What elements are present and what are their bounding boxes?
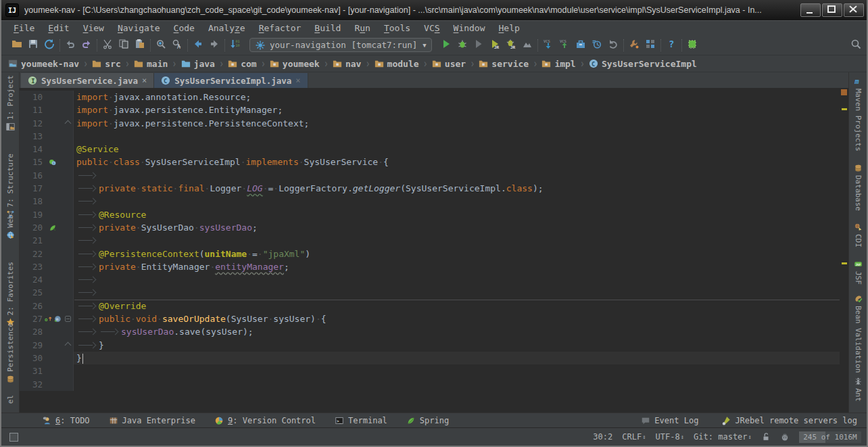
- jrebel-box-button[interactable]: [687, 39, 698, 52]
- breadcrumb-sysuserserviceimpl[interactable]: CSysUserServiceImpl: [589, 59, 697, 69]
- find-button[interactable]: [155, 39, 166, 52]
- open-folder-button[interactable]: [11, 39, 22, 52]
- breadcrumb-com[interactable]: com: [228, 59, 256, 69]
- analysis-status-indicator[interactable]: [841, 89, 847, 95]
- override-marker-icon[interactable]: o: [45, 315, 53, 323]
- line-number[interactable]: 16: [20, 169, 43, 182]
- toolwindow-toggle-icon[interactable]: [9, 433, 18, 442]
- impl-marker-icon[interactable]: i: [49, 158, 57, 166]
- jr-debug-button[interactable]: JR: [506, 39, 516, 52]
- settings-button[interactable]: [629, 39, 640, 52]
- toolwindow-button-1-project[interactable]: 1: Project: [1, 75, 19, 131]
- vcs-branch-widget[interactable]: Git: master↕: [694, 432, 752, 442]
- line-number[interactable]: 18: [20, 195, 43, 208]
- gutter[interactable]: 22: [20, 248, 74, 260]
- toolwindow-button-7-structure[interactable]: 7: Structure: [1, 154, 19, 218]
- fold-region[interactable]: [63, 121, 72, 126]
- line-number[interactable]: 32: [20, 378, 43, 391]
- line-number[interactable]: 15: [20, 156, 43, 168]
- menu-run[interactable]: Run: [347, 21, 377, 35]
- copy-button[interactable]: [118, 39, 129, 52]
- fold-region[interactable]: [63, 316, 72, 322]
- breadcrumb-service[interactable]: service: [479, 59, 529, 69]
- profile-button[interactable]: [522, 39, 533, 52]
- toolwindow-button-jsf[interactable]: JSFJSF: [849, 260, 867, 285]
- gutter[interactable]: 20: [20, 221, 74, 234]
- breadcrumb-nav[interactable]: nav: [333, 59, 361, 69]
- warning-stripe-mark[interactable]: [842, 108, 847, 110]
- encoding-selector[interactable]: UTF-8↕: [656, 432, 685, 442]
- undo-button[interactable]: [65, 39, 76, 52]
- toolwindow-button-bean-validation[interactable]: Bean Validation: [849, 294, 867, 373]
- toolwindow-button-9-version-control[interactable]: 9: Version Control: [214, 416, 316, 425]
- gutter[interactable]: 16: [20, 169, 74, 182]
- toolwindow-button-maven-projects[interactable]: mMaven Projects: [849, 77, 867, 151]
- caret-position[interactable]: 30:2: [593, 432, 612, 442]
- breadcrumb-main[interactable]: main: [134, 59, 168, 69]
- toolwindow-button-ant[interactable]: Ant: [849, 377, 867, 402]
- line-number[interactable]: 13: [20, 130, 43, 143]
- menu-vcs[interactable]: VCS: [417, 21, 446, 35]
- gutter[interactable]: 28: [20, 325, 74, 338]
- paste-button[interactable]: [135, 39, 145, 52]
- fold-region[interactable]: [63, 343, 72, 348]
- line-number[interactable]: 19: [20, 208, 43, 221]
- menu-tools[interactable]: Tools: [377, 21, 417, 35]
- line-number[interactable]: 10: [20, 91, 43, 103]
- line-number[interactable]: 14: [20, 143, 43, 156]
- toolwindow-button-2-favorites[interactable]: 2: Favorites: [1, 262, 19, 327]
- breadcrumb-user[interactable]: user: [432, 59, 466, 69]
- forward-button[interactable]: [209, 39, 220, 52]
- toolwindow-button-persistence[interactable]: Persistence: [1, 323, 19, 383]
- menu-build[interactable]: Build: [308, 21, 347, 35]
- toolwindow-button-cdi[interactable]: CDI: [849, 222, 867, 248]
- breadcrumb-youmeek-nav[interactable]: youmeek-nav: [8, 59, 79, 69]
- line-number[interactable]: 27: [20, 312, 43, 325]
- structure-button[interactable]: [645, 39, 656, 52]
- code-editor[interactable]: 10import·javax.annotation.Resource;11imp…: [20, 89, 848, 413]
- run-configuration-select[interactable]: your-navigation [tomcat7:run]▼: [249, 38, 432, 52]
- close-button[interactable]: [844, 3, 864, 17]
- sync-button[interactable]: [44, 39, 55, 52]
- bean-marker-icon[interactable]: [49, 224, 57, 232]
- gutter[interactable]: 25: [20, 286, 74, 299]
- gutter[interactable]: 17: [20, 182, 74, 195]
- line-number[interactable]: 30: [20, 352, 43, 364]
- menu-window[interactable]: Window: [447, 21, 492, 35]
- history-button[interactable]: [592, 39, 602, 52]
- line-number[interactable]: 28: [20, 325, 43, 338]
- back-button[interactable]: [193, 39, 203, 52]
- line-number[interactable]: 23: [20, 260, 43, 273]
- line-number[interactable]: 12: [20, 117, 43, 130]
- breadcrumb-youmeek[interactable]: youmeek: [270, 59, 320, 69]
- maximize-button[interactable]: [822, 3, 842, 17]
- gutter[interactable]: 10: [20, 91, 74, 103]
- line-number[interactable]: 25: [20, 286, 43, 299]
- gutter[interactable]: 21: [20, 234, 74, 247]
- rollback-button[interactable]: [608, 39, 619, 52]
- toolwindow-button-web[interactable]: Web: [1, 214, 19, 239]
- compile-button[interactable]: 0110: [230, 39, 241, 52]
- error-stripe[interactable]: [840, 89, 848, 413]
- menu-code[interactable]: Code: [167, 21, 201, 35]
- toolwindow-button-java-enterprise[interactable]: Java Enterprise: [109, 416, 195, 425]
- breadcrumb-impl[interactable]: impl: [541, 59, 575, 69]
- breadcrumb-src[interactable]: src: [92, 59, 120, 69]
- search-everywhere-button[interactable]: [850, 39, 861, 52]
- line-number[interactable]: 26: [20, 300, 43, 312]
- method-marker-icon[interactable]: m: [53, 315, 62, 323]
- gutter[interactable]: 19: [20, 208, 74, 221]
- gutter[interactable]: 29: [20, 339, 74, 352]
- menu-view[interactable]: View: [76, 21, 111, 35]
- line-number[interactable]: 31: [20, 364, 43, 377]
- toolwindow-button-spring[interactable]: Spring: [406, 416, 449, 425]
- close-icon[interactable]: ×: [142, 76, 147, 85]
- gutter[interactable]: 12: [20, 117, 74, 130]
- gutter[interactable]: 23: [20, 260, 74, 273]
- event-log-button[interactable]: Event Log: [641, 416, 698, 425]
- jrebel-remote-servers-log-button[interactable]: JRebel remote servers log: [721, 416, 857, 425]
- gutter[interactable]: 11: [20, 103, 74, 116]
- gutter[interactable]: 32: [20, 378, 74, 391]
- menu-analyze[interactable]: Analyze: [201, 21, 252, 35]
- line-number[interactable]: 20: [20, 221, 43, 234]
